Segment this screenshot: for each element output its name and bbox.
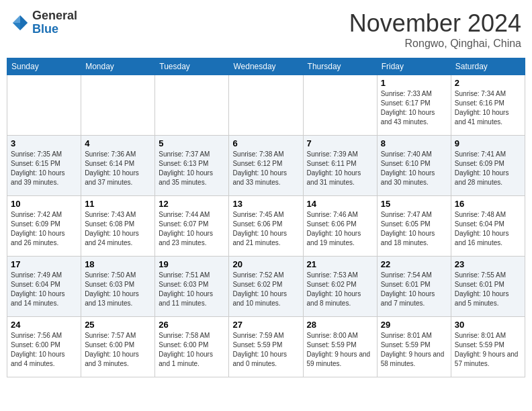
day-number: 21 — [307, 259, 373, 269]
day-info: Sunrise: 7:48 AM Sunset: 6:04 PM Dayligh… — [455, 210, 521, 248]
day-number: 24 — [11, 320, 77, 330]
day-number: 4 — [85, 138, 151, 148]
calendar-cell — [155, 75, 229, 136]
calendar-cell: 17Sunrise: 7:49 AM Sunset: 6:04 PM Dayli… — [7, 257, 81, 317]
calendar-day-header: Monday — [81, 58, 155, 75]
day-info: Sunrise: 7:37 AM Sunset: 6:13 PM Dayligh… — [159, 150, 225, 187]
calendar-cell: 15Sunrise: 7:47 AM Sunset: 6:05 PM Dayli… — [377, 196, 451, 257]
svg-marker-1 — [13, 15, 20, 23]
day-number: 26 — [159, 320, 225, 330]
day-number: 27 — [232, 320, 299, 330]
calendar-cell: 29Sunrise: 8:01 AM Sunset: 5:59 PM Dayli… — [377, 317, 451, 377]
day-number: 15 — [381, 199, 447, 209]
day-number: 5 — [159, 138, 225, 148]
day-info: Sunrise: 7:46 AM Sunset: 6:06 PM Dayligh… — [307, 210, 373, 248]
day-info: Sunrise: 7:51 AM Sunset: 6:03 PM Dayligh… — [159, 271, 225, 308]
calendar-cell: 30Sunrise: 8:01 AM Sunset: 5:59 PM Dayli… — [451, 317, 525, 377]
logo: General Blue — [11, 9, 77, 36]
calendar-week-row: 3Sunrise: 7:35 AM Sunset: 6:15 PM Daylig… — [7, 136, 525, 196]
title-block: November 2024 Rongwo, Qinghai, China — [349, 9, 521, 50]
calendar-cell: 22Sunrise: 7:54 AM Sunset: 6:01 PM Dayli… — [377, 257, 451, 317]
calendar-cell: 24Sunrise: 7:56 AM Sunset: 6:00 PM Dayli… — [7, 317, 81, 377]
calendar-cell: 25Sunrise: 7:57 AM Sunset: 6:00 PM Dayli… — [81, 317, 155, 377]
calendar-week-row: 1Sunrise: 7:33 AM Sunset: 6:17 PM Daylig… — [7, 75, 525, 136]
calendar-day-header: Thursday — [303, 58, 377, 75]
calendar-cell: 21Sunrise: 7:53 AM Sunset: 6:02 PM Dayli… — [303, 257, 377, 317]
calendar-table: SundayMondayTuesdayWednesdayThursdayFrid… — [7, 58, 525, 377]
calendar-cell — [303, 75, 377, 136]
logo-text: General Blue — [32, 9, 77, 36]
calendar-cell: 5Sunrise: 7:37 AM Sunset: 6:13 PM Daylig… — [155, 136, 229, 196]
day-number: 3 — [11, 138, 77, 148]
calendar-cell: 10Sunrise: 7:42 AM Sunset: 6:09 PM Dayli… — [7, 196, 81, 257]
day-number: 23 — [455, 259, 521, 269]
day-info: Sunrise: 7:49 AM Sunset: 6:04 PM Dayligh… — [11, 271, 77, 308]
location-subtitle: Rongwo, Qinghai, China — [349, 38, 521, 50]
calendar-cell: 2Sunrise: 7:34 AM Sunset: 6:16 PM Daylig… — [451, 75, 525, 136]
day-info: Sunrise: 8:01 AM Sunset: 5:59 PM Dayligh… — [381, 331, 447, 369]
day-number: 12 — [159, 199, 225, 209]
day-number: 13 — [232, 199, 299, 209]
svg-marker-3 — [20, 23, 28, 30]
day-number: 9 — [455, 138, 521, 148]
day-number: 11 — [85, 199, 151, 209]
logo-general: General — [32, 9, 77, 22]
day-number: 16 — [455, 199, 521, 209]
calendar-cell: 12Sunrise: 7:44 AM Sunset: 6:07 PM Dayli… — [155, 196, 229, 257]
day-number: 8 — [381, 138, 447, 148]
calendar-header-row: SundayMondayTuesdayWednesdayThursdayFrid… — [7, 58, 525, 75]
day-number: 28 — [307, 320, 373, 330]
calendar-day-header: Saturday — [451, 58, 525, 75]
day-info: Sunrise: 7:58 AM Sunset: 6:00 PM Dayligh… — [159, 331, 225, 369]
calendar-cell: 6Sunrise: 7:38 AM Sunset: 6:12 PM Daylig… — [229, 136, 303, 196]
day-info: Sunrise: 7:43 AM Sunset: 6:08 PM Dayligh… — [85, 210, 151, 248]
day-number: 1 — [381, 78, 447, 88]
day-info: Sunrise: 7:57 AM Sunset: 6:00 PM Dayligh… — [85, 331, 151, 369]
calendar-cell — [229, 75, 303, 136]
calendar-day-header: Sunday — [7, 58, 81, 75]
day-info: Sunrise: 7:39 AM Sunset: 6:11 PM Dayligh… — [307, 150, 373, 187]
calendar-cell: 9Sunrise: 7:41 AM Sunset: 6:09 PM Daylig… — [451, 136, 525, 196]
day-number: 30 — [455, 320, 521, 330]
calendar-day-header: Wednesday — [229, 58, 303, 75]
day-info: Sunrise: 7:59 AM Sunset: 5:59 PM Dayligh… — [232, 331, 299, 369]
page-header: General Blue November 2024 Rongwo, Qingh… — [7, 7, 525, 52]
day-number: 29 — [381, 320, 447, 330]
day-info: Sunrise: 7:42 AM Sunset: 6:09 PM Dayligh… — [11, 210, 77, 248]
calendar-week-row: 24Sunrise: 7:56 AM Sunset: 6:00 PM Dayli… — [7, 317, 525, 377]
month-title: November 2024 — [349, 9, 521, 38]
day-info: Sunrise: 7:50 AM Sunset: 6:03 PM Dayligh… — [85, 271, 151, 308]
day-info: Sunrise: 7:44 AM Sunset: 6:07 PM Dayligh… — [159, 210, 225, 248]
calendar-cell: 28Sunrise: 8:00 AM Sunset: 5:59 PM Dayli… — [303, 317, 377, 377]
calendar-day-header: Tuesday — [155, 58, 229, 75]
calendar-cell: 14Sunrise: 7:46 AM Sunset: 6:06 PM Dayli… — [303, 196, 377, 257]
calendar-cell: 19Sunrise: 7:51 AM Sunset: 6:03 PM Dayli… — [155, 257, 229, 317]
day-info: Sunrise: 8:00 AM Sunset: 5:59 PM Dayligh… — [307, 331, 373, 369]
day-info: Sunrise: 7:33 AM Sunset: 6:17 PM Dayligh… — [381, 89, 447, 127]
day-number: 22 — [381, 259, 447, 269]
calendar-cell: 7Sunrise: 7:39 AM Sunset: 6:11 PM Daylig… — [303, 136, 377, 196]
day-info: Sunrise: 7:41 AM Sunset: 6:09 PM Dayligh… — [455, 150, 521, 187]
day-number: 6 — [232, 138, 299, 148]
calendar-cell: 13Sunrise: 7:45 AM Sunset: 6:06 PM Dayli… — [229, 196, 303, 257]
calendar-week-row: 17Sunrise: 7:49 AM Sunset: 6:04 PM Dayli… — [7, 257, 525, 317]
svg-marker-0 — [20, 15, 28, 23]
calendar-week-row: 10Sunrise: 7:42 AM Sunset: 6:09 PM Dayli… — [7, 196, 525, 257]
calendar-cell: 4Sunrise: 7:36 AM Sunset: 6:14 PM Daylig… — [81, 136, 155, 196]
day-number: 25 — [85, 320, 151, 330]
day-info: Sunrise: 7:35 AM Sunset: 6:15 PM Dayligh… — [11, 150, 77, 187]
calendar-cell: 3Sunrise: 7:35 AM Sunset: 6:15 PM Daylig… — [7, 136, 81, 196]
day-number: 14 — [307, 199, 373, 209]
calendar-cell: 20Sunrise: 7:52 AM Sunset: 6:02 PM Dayli… — [229, 257, 303, 317]
day-number: 17 — [11, 259, 77, 269]
logo-blue: Blue — [32, 22, 58, 36]
day-info: Sunrise: 7:55 AM Sunset: 6:01 PM Dayligh… — [455, 271, 521, 308]
day-number: 10 — [11, 199, 77, 209]
logo-icon — [11, 13, 30, 32]
day-info: Sunrise: 7:54 AM Sunset: 6:01 PM Dayligh… — [381, 271, 447, 308]
day-number: 18 — [85, 259, 151, 269]
calendar-day-header: Friday — [377, 58, 451, 75]
calendar-cell: 23Sunrise: 7:55 AM Sunset: 6:01 PM Dayli… — [451, 257, 525, 317]
day-info: Sunrise: 7:45 AM Sunset: 6:06 PM Dayligh… — [232, 210, 299, 248]
day-info: Sunrise: 7:52 AM Sunset: 6:02 PM Dayligh… — [232, 271, 299, 308]
